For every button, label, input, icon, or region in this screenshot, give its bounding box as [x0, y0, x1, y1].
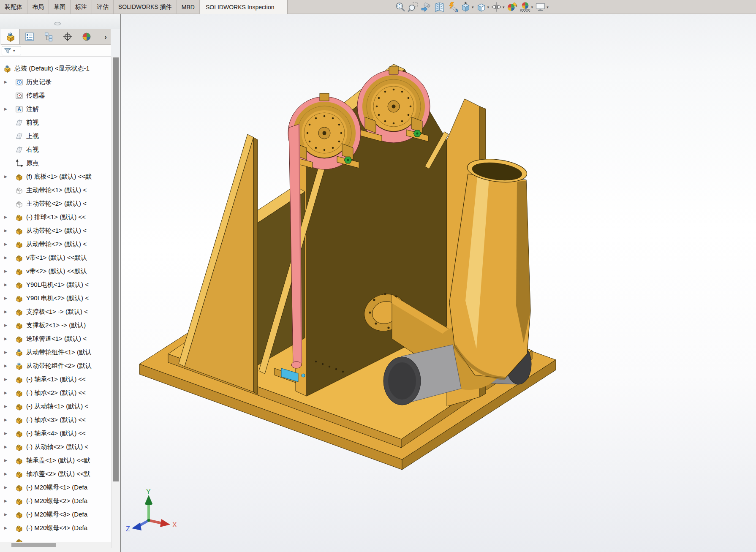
tree-item[interactable]: ▶ (-) M20螺母<2> (Defa [0, 494, 111, 508]
scrollbar-thumb[interactable] [11, 543, 56, 547]
hex-nut[interactable] [344, 157, 352, 163]
tree-item[interactable]: ▶ (-) 轴承<1> (默认) << [0, 373, 111, 386]
tree-item[interactable]: ▶ 送球管道<1> (默认) < [0, 332, 111, 345]
display-style-button[interactable]: ▾ [476, 1, 489, 13]
tree-item[interactable]: ▶ 从动带轮组件<2> (默认 [0, 359, 111, 373]
tab-evaluate[interactable]: 评估 [92, 0, 114, 14]
chevron-down-icon[interactable]: ▾ [547, 5, 549, 9]
previous-view-button[interactable] [421, 1, 432, 13]
tree-item[interactable]: ▶ 上视 [0, 129, 111, 143]
tree-item[interactable]: ▶ 历史记录 [0, 75, 111, 89]
tab-sketch[interactable]: 草图 [49, 0, 71, 14]
scrollbar-thumb[interactable] [113, 57, 119, 481]
chevron-down-icon[interactable]: ▾ [487, 5, 489, 9]
chevron-down-icon[interactable]: ▾ [531, 5, 533, 9]
tree-filter-button[interactable]: ▾ [2, 46, 21, 55]
support-gusset[interactable] [179, 134, 258, 394]
zoom-to-fit-button[interactable] [394, 1, 406, 13]
section-view-button[interactable] [434, 1, 445, 13]
expander-icon[interactable]: ▶ [4, 458, 9, 462]
expander-icon[interactable]: ▶ [4, 80, 9, 84]
driven-pulley-2[interactable] [357, 67, 430, 143]
tree-item[interactable]: ▶ (-) 排球<1> (默认) << [0, 210, 111, 224]
tree-item[interactable]: ▶ v带<2> (默认) <<默认 [0, 264, 111, 278]
expander-icon[interactable]: ▶ [4, 269, 9, 273]
configurationmanager-tab[interactable] [39, 29, 58, 44]
expander-icon[interactable]: ▶ [4, 256, 9, 260]
propertymanager-tab[interactable] [20, 29, 39, 44]
expander-icon[interactable]: ▶ [4, 323, 9, 327]
tree-item[interactable]: ▶ 注解 [0, 102, 111, 116]
tree-item[interactable]: ▶ 右视 [0, 143, 111, 156]
model-canvas[interactable]: Y X Z [121, 14, 756, 552]
edit-appearance-button[interactable] [506, 1, 518, 13]
tree-item[interactable]: ▶ (f) 底板<1> (默认) <<默 [0, 170, 111, 183]
tree-item[interactable]: ▶ 从动带轮组件<1> (默认 [0, 345, 111, 359]
expander-icon[interactable]: ▶ [4, 431, 9, 435]
expander-icon[interactable]: ▶ [4, 337, 9, 341]
expander-icon[interactable]: ▶ [4, 445, 9, 449]
tree-item[interactable]: ▶ 主动带轮<2> (默认) < [0, 197, 111, 210]
hex-nut[interactable] [413, 130, 421, 137]
tree-item[interactable]: ▶ 从动带轮<2> (默认) < [0, 237, 111, 251]
expander-icon[interactable]: ▶ [4, 174, 9, 179]
tree-item[interactable]: 总装 (Default) <显示状态-1 [0, 62, 111, 75]
panel-split-handle[interactable] [54, 22, 61, 25]
tree-item[interactable]: ▶ 主动带轮<1> (默认) < [0, 183, 111, 197]
expander-icon[interactable]: ▶ [4, 485, 9, 489]
manager-tab-overflow-button[interactable]: › [101, 31, 110, 44]
expander-icon[interactable]: ▶ [4, 364, 9, 368]
tree-item[interactable]: ▶ (-) 轴承<2> (默认) << [0, 386, 111, 400]
tree-item[interactable]: ▶ Y90L电机<1> (默认) < [0, 278, 111, 291]
tree-item[interactable]: ▶ 传感器 [0, 89, 111, 102]
expander-icon[interactable]: ▶ [4, 404, 9, 408]
hide-show-items-button[interactable]: ▾ [491, 1, 505, 13]
tree-item[interactable]: ▶ v带<1> (默认) <<默认 [0, 251, 111, 264]
expander-icon[interactable]: ▶ [4, 296, 9, 300]
expander-icon[interactable]: ▶ [4, 228, 9, 233]
dynamic-annotation-views-button[interactable] [447, 1, 458, 13]
expander-icon[interactable]: ▶ [4, 472, 9, 476]
zoom-to-area-button[interactable] [408, 1, 419, 13]
tree-item[interactable]: ▶ (-) M20螺母<1> (Defa [0, 481, 111, 494]
tab-solidworks-inspection[interactable]: SOLIDWORKS Inspection [200, 0, 288, 14]
expander-icon[interactable]: ▶ [4, 242, 9, 246]
tree-vertical-scrollbar[interactable] [111, 57, 120, 548]
expander-icon[interactable]: ▶ [4, 215, 9, 219]
expander-icon[interactable]: ▶ [4, 377, 9, 381]
tree-item[interactable]: ▶ Y90L电机<2> (默认) < [0, 291, 111, 305]
view-settings-button[interactable]: ▾ [535, 1, 549, 13]
tree-item[interactable]: ▶ 支撑板2<1> -> (默认) [0, 318, 111, 332]
featuremanager-tab[interactable] [1, 29, 20, 44]
expander-icon[interactable]: ▶ [4, 499, 9, 503]
tree-item[interactable]: ▶ (-) 从动轴<2> (默认) < [0, 440, 111, 454]
expander-icon[interactable]: ▶ [4, 418, 9, 422]
tab-mbd[interactable]: MBD [177, 0, 200, 14]
expander-icon[interactable]: ▶ [4, 107, 9, 111]
displaymanager-tab[interactable] [77, 29, 96, 44]
tree-item[interactable]: ▶ 支撑板<1> -> (默认) < [0, 305, 111, 318]
expander-icon[interactable]: ▶ [4, 526, 9, 530]
expander-icon[interactable]: ▶ [4, 391, 9, 395]
tree-item[interactable]: ▶ (-) M20螺母<4> (Defa [0, 521, 111, 535]
tree-item[interactable]: ▶ 从动带轮<1> (默认) < [0, 224, 111, 237]
tree-item[interactable]: ▶ 轴承盖<2> (默认) <<默 [0, 467, 111, 481]
tree-item[interactable]: ▶ 轴承盖<1> (默认) <<默 [0, 454, 111, 467]
expander-icon[interactable]: ▶ [4, 283, 9, 287]
apply-scene-button[interactable]: ▾ [519, 1, 533, 13]
graphics-area[interactable]: Y X Z [121, 14, 756, 552]
expander-icon[interactable]: ▶ [4, 512, 9, 517]
tree-horizontal-scrollbar[interactable] [0, 542, 111, 548]
tree-item[interactable]: ▶ 前视 [0, 116, 111, 129]
chevron-down-icon[interactable]: ▾ [472, 5, 474, 9]
expander-icon[interactable]: ▶ [4, 310, 9, 314]
tab-markup[interactable]: 标注 [71, 0, 92, 14]
tree-item[interactable]: ▶ [0, 535, 111, 542]
tree-item[interactable]: ▶ 原点 [0, 156, 111, 170]
tab-assembly[interactable]: 装配体 [0, 0, 27, 14]
tree-item[interactable]: ▶ (-) 轴承<4> (默认) << [0, 427, 111, 440]
view-orientation-button[interactable]: ▾ [460, 1, 474, 13]
dimxpertmanager-tab[interactable] [58, 29, 77, 44]
tab-layout[interactable]: 布局 [27, 0, 49, 14]
expander-icon[interactable]: ▶ [4, 350, 9, 354]
